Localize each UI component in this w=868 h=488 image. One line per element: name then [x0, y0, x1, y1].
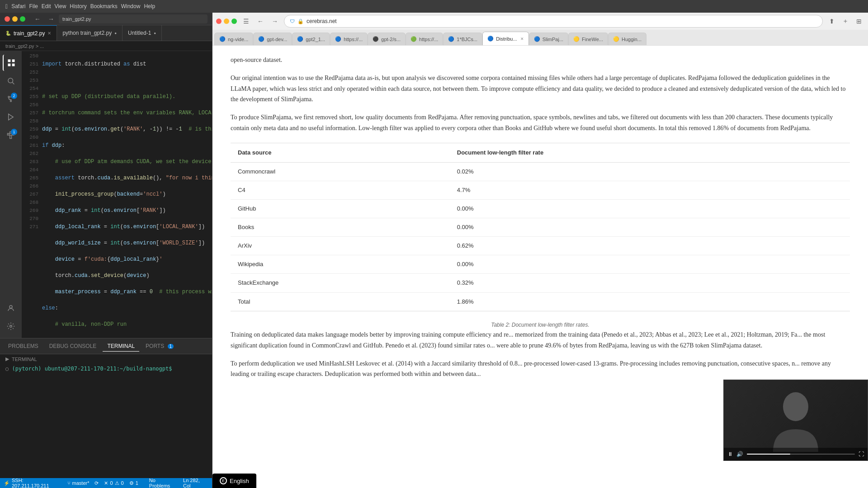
- page-para-dedup2: To perform deduplication we used MinHash…: [231, 358, 850, 380]
- video-fullscreen-btn[interactable]: ⛶: [859, 451, 864, 457]
- browser-forward-btn[interactable]: →: [269, 16, 280, 27]
- browser-back-btn[interactable]: ←: [255, 16, 266, 27]
- table-cell-rate: 0.32%: [450, 274, 850, 292]
- vscode-address-bar[interactable]: train_gpt2.py: [59, 14, 208, 23]
- tab-favicon-fineweb: 🟡: [573, 36, 580, 42]
- vscode-tab-untitled[interactable]: Untitled-1 ●: [123, 25, 162, 41]
- video-pause-btn[interactable]: ⏸: [727, 451, 733, 457]
- browser-tab-slimpaj[interactable]: 🔵 SlimPaj...: [529, 33, 568, 45]
- code-lines[interactable]: import torch.distributed as dist # set u…: [42, 51, 212, 338]
- svg-rect-10: [8, 133, 9, 135]
- status-ssh[interactable]: ⚡ SSH: 207.211.170.211: [4, 478, 62, 488]
- browser-tab-ng-video[interactable]: 🔵 ng-vide...: [214, 33, 253, 45]
- vscode-address-text: train_gpt2.py: [62, 16, 91, 22]
- terminal-panel-header: ▶ TERMINAL: [0, 354, 212, 364]
- file-menu[interactable]: File: [29, 3, 38, 9]
- vscode-traffic-lights: [5, 16, 25, 22]
- table-cell-source: StackExchange: [231, 274, 450, 292]
- browser-tab-https1[interactable]: 🔵 https://...: [330, 33, 368, 45]
- browser-tab-huggin[interactable]: 🟡 Huggin...: [608, 33, 646, 45]
- vscode-tab-train-gpt2[interactable]: 🐍 train_gpt2.py ✕: [0, 25, 57, 41]
- browser-chrome: ☰ ← → 🛡 🔒 cerebras.net ⬆ ＋ ⊞: [212, 13, 868, 46]
- tab-label-gpt2s: gpt-2/s...: [381, 37, 401, 42]
- address-bar[interactable]: 🛡 🔒 cerebras.net: [284, 15, 823, 28]
- tab-overview-btn[interactable]: ⊞: [854, 16, 864, 27]
- share-btn[interactable]: ⬆: [826, 16, 837, 27]
- apple-menu[interactable]: : [5, 3, 8, 10]
- vscode-back-btn[interactable]: ←: [33, 14, 42, 23]
- language-bar[interactable]: E English: [212, 474, 256, 488]
- status-errors[interactable]: ✕ 0 ⚠ 0: [104, 480, 123, 486]
- bookmarks-menu[interactable]: Bookmarks: [90, 3, 118, 9]
- vscode-tab-close-btn[interactable]: ✕: [47, 31, 51, 36]
- table-cell-source: Commoncrawl: [231, 162, 450, 181]
- activity-settings-icon[interactable]: [3, 318, 19, 334]
- table-cell-rate: 1.86%: [450, 292, 850, 311]
- vscode-close-btn[interactable]: [5, 16, 10, 22]
- activity-extensions-icon[interactable]: 1: [3, 127, 19, 143]
- activity-account-icon[interactable]: [3, 300, 19, 316]
- terminal-content[interactable]: ○ (pytorch) ubuntu@207-211-170-211:~/bui…: [0, 364, 212, 478]
- table-cell-rate: 0.00%: [450, 255, 850, 274]
- status-sync[interactable]: ⟳: [94, 480, 99, 486]
- status-no-problems[interactable]: No Problems: [149, 478, 178, 488]
- table-cell-rate: 0.00%: [450, 200, 850, 218]
- activity-run-icon[interactable]: [3, 109, 19, 125]
- window-menu[interactable]: Window: [121, 3, 141, 9]
- history-menu[interactable]: History: [70, 3, 86, 9]
- vscode-titlebar: ← → train_gpt2.py: [0, 13, 212, 25]
- activity-git-icon[interactable]: 2: [3, 91, 19, 107]
- activity-search-icon[interactable]: [3, 73, 19, 89]
- browser-close-btn[interactable]: [216, 19, 222, 24]
- tab-label-slimpaj: SlimPaj...: [542, 37, 563, 42]
- table-col1-header: Data source: [231, 143, 450, 162]
- status-position[interactable]: Ln 282, Col: [183, 478, 208, 488]
- browser-tab-fineweb[interactable]: 🟡 FineWe...: [568, 33, 608, 45]
- browser-minimize-btn[interactable]: [224, 19, 229, 24]
- vscode-tab-python-train[interactable]: python train_gpt2.py ●: [57, 25, 123, 41]
- terminal-tabs: PROBLEMS DEBUG CONSOLE TERMINAL PORTS 1: [0, 338, 212, 354]
- code-content[interactable]: 250 251 252 253 254 255 256 257 258 259 …: [22, 51, 212, 338]
- safari-menu[interactable]: Safari: [11, 3, 25, 9]
- table-cell-rate: 0.00%: [450, 218, 850, 237]
- svg-line-5: [12, 82, 14, 84]
- browser-tab-gpt2s[interactable]: ⚫ gpt-2/s...: [368, 33, 406, 45]
- language-icon: E: [220, 477, 227, 484]
- browser-tab-gpt-dev[interactable]: 🔵 gpt-dev...: [253, 33, 292, 45]
- browser-tab-bjcs[interactable]: 🔵 1*BJCs...: [443, 33, 482, 45]
- terminal-tab-terminal[interactable]: TERMINAL: [103, 341, 139, 352]
- help-menu[interactable]: Help: [144, 3, 155, 9]
- table-cell-rate: 0.62%: [450, 237, 850, 255]
- terminal-tab-ports[interactable]: PORTS 1: [141, 341, 178, 351]
- ssh-label: SSH: 207.211.170.211: [12, 478, 62, 488]
- browser-maximize-btn[interactable]: [231, 19, 237, 24]
- vscode-maximize-btn[interactable]: [20, 16, 25, 22]
- video-progress-bar[interactable]: [747, 454, 855, 455]
- status-tasks[interactable]: ⚙ 1: [129, 480, 138, 486]
- activity-explorer-icon[interactable]: [3, 55, 19, 71]
- edit-menu[interactable]: Edit: [42, 3, 51, 9]
- status-branch[interactable]: ⑂ master*: [67, 480, 90, 486]
- new-tab-btn[interactable]: ＋: [840, 16, 851, 27]
- browser-tab-distribu[interactable]: 🔵 Distribu... ✕: [482, 32, 528, 45]
- code-editor: 250 251 252 253 254 255 256 257 258 259 …: [22, 51, 212, 338]
- browser-tab-close-btn[interactable]: ✕: [520, 37, 524, 41]
- video-mute-btn[interactable]: 🔊: [736, 451, 743, 457]
- browser-tab-gpt2-12[interactable]: 🔵 gpt2_1...: [292, 33, 330, 45]
- view-menu[interactable]: View: [55, 3, 66, 9]
- sidebar-toggle-btn[interactable]: ☰: [241, 16, 251, 27]
- browser-tab-https2[interactable]: 🟢 https://...: [406, 33, 443, 45]
- code-line-264: master_process = ddp_rank == 0 # this pr…: [42, 288, 212, 296]
- terminal-expand-icon[interactable]: ▶: [5, 356, 9, 362]
- video-controls: ⏸ 🔊 ⛶: [724, 448, 868, 460]
- vscode-minimize-btn[interactable]: [12, 16, 18, 22]
- vscode-forward-btn[interactable]: →: [47, 14, 55, 23]
- terminal-tab-problems[interactable]: PROBLEMS: [4, 341, 43, 351]
- tab-favicon-https1: 🔵: [335, 36, 341, 42]
- tab-label-distribu: Distribu...: [496, 36, 517, 42]
- code-line-255: if ddp:: [42, 141, 212, 150]
- error-icon: ✕: [104, 480, 108, 486]
- table-row: Wikipedia0.00%: [231, 255, 850, 274]
- browser-tabs-bar: 🔵 ng-vide... 🔵 gpt-dev... 🔵 gpt2_1... 🔵 …: [212, 30, 868, 45]
- terminal-tab-debug[interactable]: DEBUG CONSOLE: [45, 341, 101, 351]
